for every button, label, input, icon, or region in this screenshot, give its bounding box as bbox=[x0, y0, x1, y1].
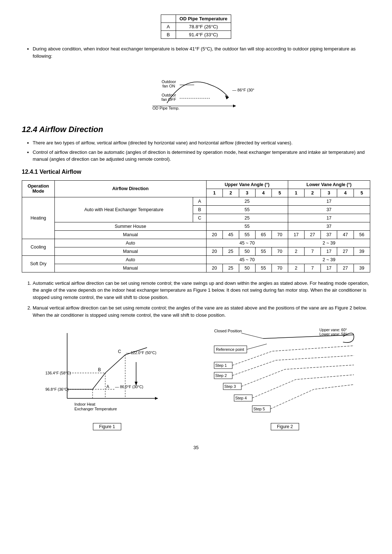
row-a-value: 78.8°F (26°C) bbox=[176, 23, 231, 31]
mode-heating: Heating bbox=[22, 197, 55, 239]
svg-text:136.4°F (58°C): 136.4°F (58°C) bbox=[45, 371, 71, 375]
uv-b: 55 bbox=[206, 205, 288, 214]
table-row: Manual 20 25 50 55 70 2 7 17 27 39 bbox=[22, 247, 370, 255]
lv-m5: 56 bbox=[354, 230, 370, 239]
figure-2-svg: Closed Position Upper vane: 60° Lower va… bbox=[212, 326, 358, 420]
svg-line-37 bbox=[263, 335, 354, 338]
th-lv-3: 3 bbox=[321, 189, 337, 197]
airflow-table: Operation Mode Airflow Direction Upper V… bbox=[22, 180, 370, 272]
uv-cm3: 50 bbox=[239, 247, 255, 255]
uv-sh: 55 bbox=[206, 222, 288, 230]
lv-m3: 37 bbox=[321, 230, 337, 239]
svg-text:Step 4: Step 4 bbox=[235, 396, 247, 400]
svg-text:OD Pipe Temp.: OD Pipe Temp. bbox=[152, 106, 179, 110]
uv-sdm2: 25 bbox=[222, 264, 239, 272]
th-lower-vane: Lower Vane Angle (°) bbox=[288, 180, 370, 189]
th-operation-mode: Operation Mode bbox=[22, 180, 55, 197]
row-b-label: B bbox=[161, 31, 176, 39]
svg-text:Outdoor: Outdoor bbox=[162, 79, 176, 84]
svg-text:Reference point: Reference point bbox=[216, 347, 244, 352]
lv-sdm5: 39 bbox=[354, 264, 370, 272]
table-row: Soft Dry Auto 45 ~ 70 2 ~ 39 bbox=[22, 255, 370, 264]
lv-sh: 37 bbox=[288, 222, 370, 230]
note-1: Automatic vertical airflow direction can… bbox=[33, 280, 370, 301]
svg-text:Indoor Heat: Indoor Heat bbox=[74, 402, 95, 406]
od-pipe-temp-table: OD Pipe Temperature A 78.8°F (26°C) B 91… bbox=[161, 15, 232, 39]
th-uv-1: 1 bbox=[206, 189, 222, 197]
svg-text:— 86.0°F (30°C): — 86.0°F (30°C) bbox=[115, 385, 143, 389]
lv-m4: 47 bbox=[337, 230, 354, 239]
dir-c: C bbox=[193, 214, 206, 222]
intro-bullet-list: During above condition, when indoor heat… bbox=[33, 45, 370, 59]
dir-summer-house: Summer House bbox=[55, 222, 207, 230]
table-row: Cooling Auto 45 ~ 70 2 ~ 39 bbox=[22, 239, 370, 247]
dir-auto-heat: Auto with Heat Exchanger Temperature bbox=[55, 197, 193, 222]
svg-text:— 86°F (30°C): — 86°F (30°C) bbox=[232, 88, 254, 92]
svg-text:A: A bbox=[106, 384, 109, 389]
dir-manual-cooling: Manual bbox=[55, 247, 207, 255]
figure-1-svg: C B A 96.8°F (36°C) 136.4°F (58°C) — 122… bbox=[45, 326, 169, 420]
subsection-title: 12.4.1 Vertical Airflow bbox=[22, 169, 370, 175]
uv-sdm4: 55 bbox=[255, 264, 271, 272]
th-uv-3: 3 bbox=[239, 189, 255, 197]
uv-m5: 70 bbox=[271, 230, 288, 239]
lv-a: 17 bbox=[288, 197, 370, 205]
col-header-empty bbox=[161, 15, 176, 23]
th-lv-4: 4 bbox=[337, 189, 354, 197]
th-upper-vane: Upper Vane Angle (°) bbox=[206, 180, 288, 189]
lv-cm2: 7 bbox=[304, 247, 320, 255]
bullet-3: Control of airflow direction can be auto… bbox=[33, 149, 370, 163]
lv-sdm2: 7 bbox=[304, 264, 320, 272]
dir-a: A bbox=[193, 197, 206, 205]
uv-m4: 65 bbox=[255, 230, 271, 239]
mode-soft-dry: Soft Dry bbox=[22, 255, 55, 272]
svg-text:Step 1: Step 1 bbox=[215, 363, 227, 368]
uv-c: 25 bbox=[206, 214, 288, 222]
svg-text:Step 5: Step 5 bbox=[253, 407, 265, 411]
lv-sdm3: 17 bbox=[321, 264, 337, 272]
table-row: Heating Auto with Heat Exchanger Tempera… bbox=[22, 197, 370, 205]
bullet-2: There are two types of airflow, vertical… bbox=[33, 139, 370, 147]
outdoor-fan-diagram: Outdoor fan ON Outdoor fan OFF — 86°F (3… bbox=[22, 67, 370, 114]
svg-text:Closed Position: Closed Position bbox=[214, 329, 242, 333]
lv-sd-auto: 2 ~ 39 bbox=[288, 255, 370, 264]
th-lv-1: 1 bbox=[288, 189, 304, 197]
lv-b: 37 bbox=[288, 205, 370, 214]
table-row: Summer House 55 37 bbox=[22, 222, 370, 230]
figure-1-label: Figure 1 bbox=[93, 423, 121, 430]
lv-sdm4: 27 bbox=[337, 264, 354, 272]
uv-sdm3: 50 bbox=[239, 264, 255, 272]
uv-cm4: 55 bbox=[255, 247, 271, 255]
th-uv-2: 2 bbox=[222, 189, 239, 197]
uv-sdm5: 70 bbox=[271, 264, 288, 272]
row-b-value: 91.4°F (33°C) bbox=[176, 31, 231, 39]
numbered-notes: Automatic vertical airflow direction can… bbox=[33, 280, 370, 319]
note-2: Manual vertical airflow direction can be… bbox=[33, 304, 370, 319]
od-fan-svg: Outdoor fan ON Outdoor fan OFF — 86°F (3… bbox=[138, 67, 254, 114]
lv-cm1: 2 bbox=[288, 247, 304, 255]
uv-cm2: 25 bbox=[222, 247, 239, 255]
row-a-label: A bbox=[161, 23, 176, 31]
svg-text:Upper vane: 60°: Upper vane: 60° bbox=[319, 328, 347, 332]
page-number: 35 bbox=[22, 445, 370, 450]
svg-text:B: B bbox=[98, 367, 101, 372]
figure-2-box: Closed Position Upper vane: 60° Lower va… bbox=[200, 326, 370, 430]
bullet-1: During above condition, when indoor heat… bbox=[33, 45, 370, 59]
section-title: 12.4 Airflow Direction bbox=[22, 125, 370, 134]
lv-m1: 17 bbox=[288, 230, 304, 239]
lv-c: 17 bbox=[288, 214, 370, 222]
svg-text:Exchanger Temperature: Exchanger Temperature bbox=[74, 407, 117, 411]
figure-2-label: Figure 2 bbox=[271, 423, 299, 430]
svg-line-36 bbox=[247, 344, 267, 349]
col-header-od-pipe: OD Pipe Temperature bbox=[176, 15, 231, 23]
svg-text:96.8°F (36°C): 96.8°F (36°C) bbox=[45, 387, 69, 391]
lv-cm4: 27 bbox=[337, 247, 354, 255]
svg-text:Step 2: Step 2 bbox=[215, 373, 227, 378]
figures-row: C B A 96.8°F (36°C) 136.4°F (58°C) — 122… bbox=[22, 326, 370, 430]
dir-manual-heating: Manual bbox=[55, 230, 207, 239]
th-lv-5: 5 bbox=[354, 189, 370, 197]
th-lv-2: 2 bbox=[304, 189, 320, 197]
lv-cm5: 39 bbox=[354, 247, 370, 255]
svg-marker-13 bbox=[155, 397, 158, 400]
svg-line-31 bbox=[241, 333, 263, 338]
